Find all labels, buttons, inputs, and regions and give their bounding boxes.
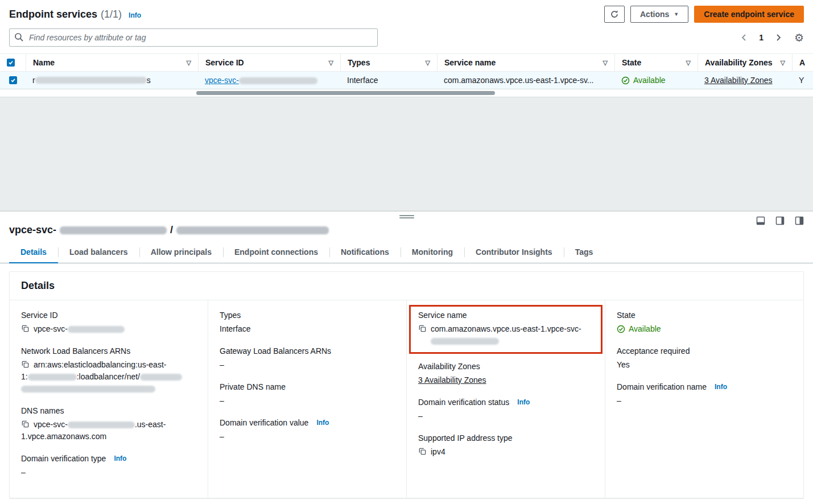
panel-position-side-icon [775, 216, 785, 225]
filter-icon[interactable]: ▽ [329, 59, 333, 67]
field-value: – [220, 395, 224, 407]
field-label: Domain verification value [220, 418, 308, 427]
column-header-service-id[interactable]: Service ID ▽ [198, 54, 340, 71]
detail-tabs: Details Load balancers Allow principals … [0, 242, 813, 263]
field-value: Interface [220, 323, 250, 335]
column-header-service-name[interactable]: Service name ▽ [437, 54, 614, 71]
table-row[interactable]: r s vpce-svc- Interface com.amazonaws.vp… [0, 72, 813, 89]
filter-icon[interactable]: ▽ [781, 59, 785, 67]
field-value: vpce-svc- [34, 323, 125, 335]
details-column-2: Types Interface Gateway Load Balancers A… [208, 300, 406, 498]
copy-icon[interactable] [21, 324, 30, 333]
cell-acceptance: Y [792, 72, 813, 89]
redacted-dns [68, 422, 135, 428]
cell-state: Available [614, 72, 698, 89]
panel-position-side-button[interactable] [775, 216, 785, 227]
field-label: Service ID [21, 311, 58, 320]
field-state: State Available [617, 311, 792, 335]
field-dns-names: DNS names vpce-svc-.us-east- 1.vpce.amaz… [21, 406, 196, 443]
info-link[interactable]: Info [715, 383, 727, 391]
refresh-button[interactable] [604, 6, 625, 23]
copy-icon[interactable] [418, 447, 427, 456]
tab-monitoring[interactable]: Monitoring [401, 242, 464, 263]
service-name-highlight-box: Service name com.amazonaws.vpce.us-east-… [409, 305, 602, 354]
cell-types: Interface [340, 72, 437, 89]
column-header-label: State [622, 58, 641, 67]
redacted-account-id [28, 374, 77, 381]
state-badge: Available [621, 76, 666, 85]
endpoint-services-page: Endpoint services (1/1) Info Actions ▼ C… [0, 0, 813, 504]
panel-position-bottom-button[interactable] [756, 216, 765, 227]
redacted-lb-name [140, 374, 182, 381]
current-page[interactable]: 1 [756, 32, 767, 43]
actions-dropdown-button[interactable]: Actions ▼ [630, 6, 688, 23]
check-circle-icon [617, 325, 625, 333]
redacted-service-id [239, 77, 317, 84]
field-value: – [418, 410, 423, 422]
field-types: Types Interface [220, 311, 395, 335]
info-link[interactable]: Info [114, 455, 126, 462]
service-id-link[interactable]: vpce-svc- [205, 76, 317, 85]
field-label: Availability Zones [418, 362, 480, 371]
info-link[interactable]: Info [316, 419, 329, 427]
tab-load-balancers[interactable]: Load balancers [58, 242, 139, 263]
search-input[interactable] [9, 28, 378, 47]
column-header-availability-zones[interactable]: Availability Zones ▽ [698, 54, 792, 71]
redacted-title-name [176, 226, 329, 234]
title-separator: / [170, 224, 173, 236]
field-acceptance-required: Acceptance required Yes [617, 346, 792, 371]
tab-allow-principals[interactable]: Allow principals [139, 242, 223, 263]
tab-details[interactable]: Details [9, 242, 58, 263]
header-toolbar: Endpoint services (1/1) Info Actions ▼ C… [0, 0, 813, 26]
column-header-state[interactable]: State ▽ [614, 54, 698, 71]
tab-contributor-insights[interactable]: Contributor Insights [464, 242, 564, 263]
availability-zones-link[interactable]: 3 Availability Zones [418, 374, 486, 386]
types-text: Interface [347, 76, 378, 85]
info-link[interactable]: Info [517, 398, 530, 406]
panel-position-controls [756, 216, 804, 227]
tab-tags[interactable]: Tags [564, 242, 605, 263]
panel-position-wide-button[interactable] [795, 216, 804, 227]
field-label: Acceptance required [617, 346, 690, 356]
availability-zones-link[interactable]: 3 Availability Zones [704, 76, 773, 85]
filter-icon[interactable]: ▽ [426, 59, 430, 67]
details-column-3: Service name com.amazonaws.vpce.us-east-… [406, 300, 605, 498]
nlb-arn-line3 [21, 383, 196, 395]
column-header-types[interactable]: Types ▽ [340, 54, 437, 71]
create-endpoint-service-button[interactable]: Create endpoint service [694, 6, 804, 23]
filter-icon[interactable]: ▽ [686, 59, 691, 67]
tab-endpoint-connections[interactable]: Endpoint connections [223, 242, 329, 263]
column-header-label: Types [348, 58, 370, 67]
actions-label: Actions [640, 10, 669, 19]
field-value: ipv4 [431, 446, 445, 458]
field-availability-zones: Availability Zones 3 Availability Zones [418, 362, 593, 386]
row-select-cell [0, 72, 26, 89]
title-info-link[interactable]: Info [129, 11, 141, 19]
state-text: Available [633, 76, 666, 85]
field-label: Gateway Load Balancers ARNs [220, 346, 331, 356]
service-id-text: vpce-svc- [205, 76, 239, 85]
copy-icon[interactable] [21, 360, 30, 369]
column-header-acceptance[interactable]: A [792, 54, 813, 71]
select-all-checkbox[interactable] [7, 59, 15, 67]
next-page-icon[interactable] [775, 34, 782, 42]
row-checkbox[interactable] [9, 76, 17, 84]
field-label: Domain verification status [418, 398, 509, 407]
copy-icon[interactable] [418, 324, 427, 333]
tab-notifications[interactable]: Notifications [329, 242, 401, 263]
state-badge: Available [617, 323, 661, 335]
field-domain-verification-type: Domain verification type Info – [21, 454, 196, 478]
column-header-name[interactable]: Name ▽ [26, 54, 198, 71]
pagination: 1 ⚙ [741, 32, 804, 43]
field-value: – [220, 359, 224, 371]
copy-icon[interactable] [21, 420, 30, 428]
filter-icon[interactable]: ▽ [187, 59, 191, 67]
filter-icon[interactable]: ▽ [603, 59, 608, 67]
table-settings-gear-icon[interactable]: ⚙ [794, 32, 804, 43]
field-gateway-lb-arns: Gateway Load Balancers ARNs – [220, 346, 395, 371]
horizontal-scrollbar-thumb[interactable] [196, 91, 495, 95]
previous-page-icon[interactable] [741, 34, 748, 42]
panel-position-wide-icon [795, 216, 804, 225]
service-name-line2 [431, 335, 593, 347]
panel-resize-handle[interactable] [399, 214, 414, 220]
